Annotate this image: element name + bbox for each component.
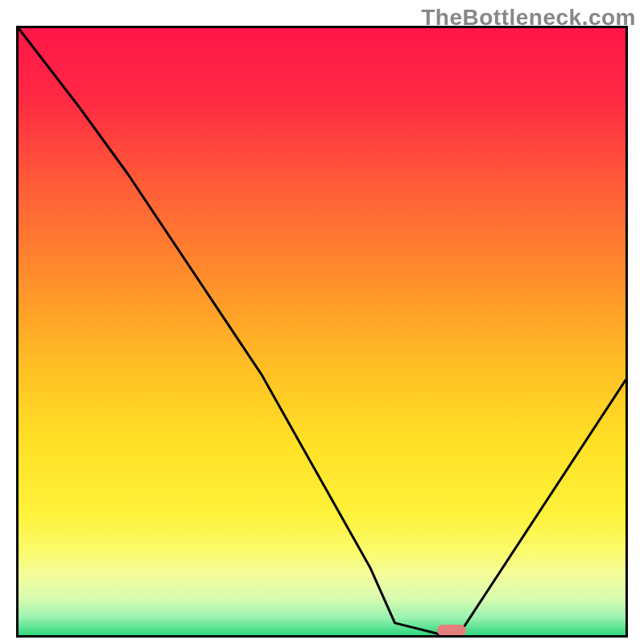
chart-root: TheBottleneck.com <box>0 0 644 644</box>
minimum-marker <box>437 625 466 636</box>
plot-curve <box>19 28 625 635</box>
plot-frame <box>16 26 628 638</box>
